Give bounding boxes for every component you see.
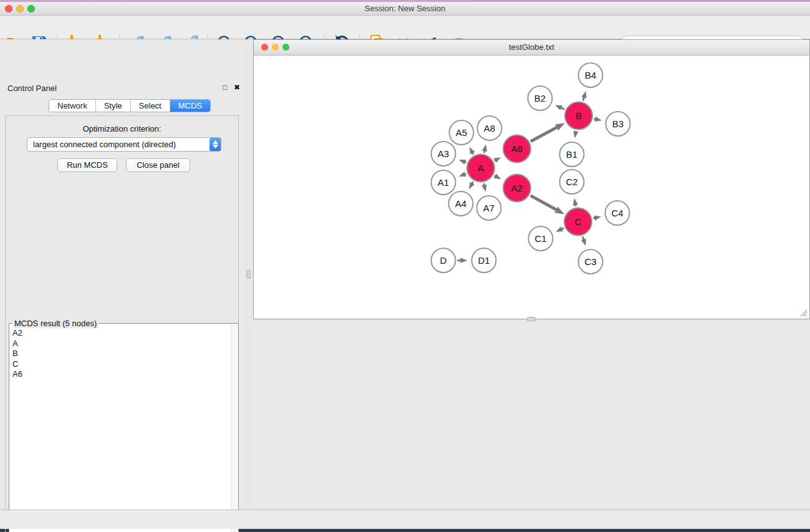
mcds-result-item[interactable]: B [12,349,231,359]
edge-arrowhead [555,123,565,130]
graph-edge-A6-B[interactable] [531,127,557,142]
mcds-result-scrollbar[interactable] [231,324,238,532]
graph-edge-A2-C[interactable] [531,196,557,210]
edge-arrowhead [459,172,466,177]
edge-arrowhead [594,117,602,122]
main-toolbar [0,16,810,39]
graph-node-label: D [440,255,447,266]
edge-arrowhead [494,173,501,179]
graph-node-label: C3 [584,256,596,267]
network-window-titlebar: testGlobe.txt [254,40,809,56]
edge-arrowhead [573,131,578,138]
mcds-result-item[interactable]: A6 [12,369,231,380]
network-zoom-button[interactable] [282,44,289,51]
run-mcds-button[interactable]: Run MCDS [57,158,117,172]
control-panel-tabs: NetworkStyleSelectMCDS [49,99,211,112]
window-resize-grip-icon[interactable] [799,309,808,317]
edge-arrowhead [470,147,475,155]
edge-arrowhead [594,216,601,221]
graph-node-label: C1 [534,233,546,244]
optimization-criterion-label: Optimization criterion: [5,124,239,133]
graph-node-label: B [576,110,582,121]
control-panel-title: Control Panel [7,84,57,93]
tab-select[interactable]: Select [131,100,170,112]
network-canvas[interactable]: AA1A2A3A4A5A6A7A8BB1B2B3B4CC1C2C3C4DD1 [254,56,809,319]
edge-arrowhead [556,226,563,231]
graph-node-label: C [575,216,582,227]
minimize-window-button[interactable] [16,5,24,12]
close-panel-icon[interactable]: ✖ [234,83,240,92]
edge-arrowhead [481,185,486,192]
graph-node-label: D1 [478,255,489,266]
edge-arrowhead [482,144,487,152]
edge-arrowhead [461,258,468,263]
network-view-window: testGlobe.txt AA1A2A3A4A5A6A7A8BB1B2B3B4… [253,39,810,319]
tab-mcds[interactable]: MCDS [170,100,210,112]
float-panel-icon[interactable]: □ [223,83,227,92]
network-graph[interactable]: AA1A2A3A4A5A6A7A8BB1B2B3B4CC1C2C3C4DD1 [254,56,809,319]
graph-node-label: C2 [566,177,577,187]
graph-node-label: A7 [483,203,494,213]
mcds-result-list[interactable]: A2ABCA6 [10,326,231,532]
graph-node-label: A3 [438,148,449,159]
app-titlebar: Session: New Session [0,2,810,16]
mcds-result-item[interactable]: C [12,359,231,370]
edge-arrowhead [573,198,578,206]
network-minimize-button[interactable] [272,44,279,51]
control-panel: Control Panel □ ✖ NetworkStyleSelectMCDS… [0,39,244,507]
close-window-button[interactable] [5,5,12,12]
graph-node-label: A [478,163,484,173]
edge-arrowhead [581,238,586,246]
edge-arrowhead [459,160,466,165]
graph-node-label: B3 [612,118,624,129]
edge-arrowhead [469,182,475,190]
network-window-title: testGlobe.txt [254,40,809,55]
app-title: Session: New Session [0,2,810,15]
graph-node-label: A4 [455,198,466,209]
vertical-splitter-gripper[interactable] [246,270,251,279]
graph-node-label: B4 [585,70,596,80]
graph-node-label: A2 [511,183,523,193]
graph-node-label: A5 [456,127,467,138]
mcds-result-item[interactable]: A2 [12,328,231,339]
select-stepper-icon [210,138,221,151]
edge-arrowhead [555,105,562,110]
graph-node-label: A6 [511,143,523,154]
tab-network[interactable]: Network [49,100,96,112]
status-bar: Memory [0,510,810,529]
edge-arrowhead [581,91,586,99]
network-close-button[interactable] [261,44,268,51]
mcds-result-box: MCDS result (5 nodes) A2ABCA6 [9,323,239,532]
tab-style[interactable]: Style [96,100,131,112]
graph-node-label: B1 [566,149,577,160]
close-panel-button[interactable]: Close panel [126,158,190,172]
graph-node-label: B2 [534,93,546,104]
table-panel: Table Panel □ ✖ ⚙ f(x) shared nameMCDS r… [253,322,810,507]
edge-arrowhead [494,157,501,163]
criterion-selected-value: largest connected component (directed) [27,140,210,149]
graph-node-label: A8 [484,123,495,133]
zoom-window-button[interactable] [27,5,35,12]
mcds-result-item[interactable]: A [12,339,231,349]
optimization-criterion-select[interactable]: largest connected component (directed) [27,137,221,152]
graph-node-label: C4 [611,208,623,218]
graph-node-label: A1 [438,177,449,188]
horizontal-splitter-gripper[interactable] [527,317,536,321]
